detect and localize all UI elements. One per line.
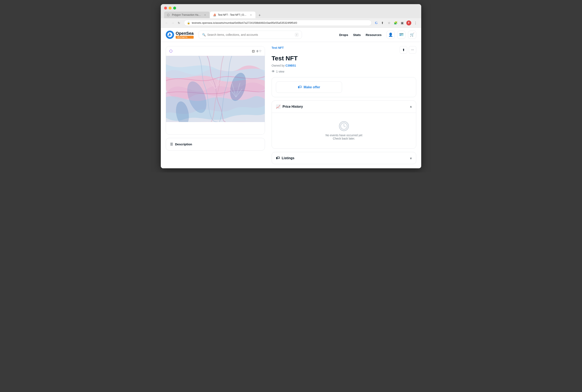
listings-header[interactable]: 🏷 Listings ∨: [272, 152, 416, 164]
browser-tab-1[interactable]: ⬡ Polygon Transaction Hash (Tx... ✕: [164, 12, 210, 18]
header-icons: 👤 🪪 🛒: [387, 30, 416, 39]
search-bar[interactable]: 🔍 /: [199, 30, 302, 39]
search-input[interactable]: [207, 33, 293, 36]
forward-button[interactable]: →: [170, 20, 175, 26]
make-offer-button[interactable]: 🏷 Make offer: [276, 82, 342, 93]
make-offer-label: Make offer: [304, 86, 320, 89]
price-history-body: No events have occurred yet Check back l…: [272, 113, 416, 148]
expand-icon[interactable]: ⊡: [252, 49, 255, 53]
price-history-section: 📈 Price History ∧: [272, 100, 416, 149]
nav-buttons: ← → ↻: [164, 20, 181, 26]
sidebar-icon[interactable]: ▣: [400, 20, 405, 26]
views-line: 👁 1 view: [272, 70, 416, 74]
traffic-lights: [164, 6, 418, 10]
price-history-header[interactable]: 📈 Price History ∧: [272, 101, 416, 113]
main-nav: Drops Stats Resources: [339, 33, 382, 36]
opensea-favicon-icon: ⛵: [213, 13, 216, 16]
description-section[interactable]: ☰ Description: [166, 138, 265, 150]
wallet-button[interactable]: 🪪: [397, 30, 406, 39]
address-bar: ← → ↻ 🔒 testnets.opensea.io/assets/mumba…: [161, 18, 421, 28]
url-bar[interactable]: 🔒 testnets.opensea.io/assets/mumbai/0x66…: [184, 20, 372, 26]
right-panel: Test NFT ⬆ ··· Test NFT Owned by C39B51 …: [272, 46, 416, 164]
chart-icon: 📈: [276, 104, 280, 109]
share-icon[interactable]: ⬆: [380, 20, 385, 26]
clock-icon: [339, 121, 349, 131]
tab-1-close-icon[interactable]: ✕: [203, 13, 207, 16]
nav-resources[interactable]: Resources: [366, 33, 382, 36]
page-content: OpenSea Testnets 🔍 / Drops Stats Resourc…: [161, 28, 421, 168]
like-section: 0 ♡: [257, 50, 261, 53]
no-events-line2: Check back later.: [326, 137, 362, 140]
title-bar: ⬡ Polygon Transaction Hash (Tx... ✕ ⛵ Te…: [161, 4, 421, 18]
opensea-header: OpenSea Testnets 🔍 / Drops Stats Resourc…: [161, 28, 421, 42]
new-tab-button[interactable]: +: [257, 12, 262, 18]
minimize-button[interactable]: [169, 6, 171, 10]
views-count: 1 view: [276, 70, 284, 73]
collection-link[interactable]: Test NFT: [272, 46, 284, 50]
image-actions: ⊡ 0 ♡: [252, 49, 261, 53]
logo-text: OpenSea Testnets: [176, 31, 194, 39]
maximize-button[interactable]: [173, 6, 176, 10]
image-top-bar: ⬡ ⊡ 0 ♡: [166, 46, 265, 56]
chain-icon: ⬡: [169, 49, 173, 53]
like-count-value: 0: [257, 50, 258, 53]
tabs-row: ⬡ Polygon Transaction Hash (Tx... ✕ ⛵ Te…: [164, 12, 418, 18]
description-label: Description: [175, 142, 192, 146]
logo-area[interactable]: OpenSea Testnets: [166, 30, 194, 39]
nft-image-container: ⬡ ⊡ 0 ♡: [166, 46, 265, 134]
listings-title-area: 🏷 Listings: [276, 156, 294, 160]
share-button[interactable]: ⬆: [400, 46, 407, 54]
price-history-title: Price History: [283, 105, 303, 108]
url-text: testnets.opensea.io/assets/mumbai/0x66e4…: [192, 21, 369, 24]
main-layout: ⬡ ⊡ 0 ♡: [161, 42, 421, 168]
close-button[interactable]: [164, 6, 167, 10]
header-action-buttons: ⬆ ···: [400, 46, 416, 54]
listings-section: 🏷 Listings ∨: [272, 152, 416, 164]
svg-line-7: [344, 126, 346, 127]
bookmark-icon[interactable]: ☆: [387, 20, 391, 26]
browser-tab-2[interactable]: ⛵ Test NFT - Test NFT | OpenSea ✕: [210, 12, 255, 18]
no-events-text: No events have occurred yet Check back l…: [326, 134, 362, 140]
image-bottom-area: [166, 122, 265, 134]
lock-icon: 🔒: [187, 22, 190, 24]
profile-button[interactable]: 👤: [387, 30, 395, 39]
profile-avatar[interactable]: F: [406, 20, 411, 26]
browser-actions: G ⬆ ☆ 🧩 ▣ F ⋮: [374, 20, 418, 26]
menu-icon[interactable]: ⋮: [413, 20, 418, 26]
tab-2-title: Test NFT - Test NFT | OpenSea: [218, 14, 248, 16]
listings-title: Listings: [282, 156, 294, 160]
search-icon: 🔍: [202, 33, 206, 36]
tab-1-title: Polygon Transaction Hash (Tx...: [172, 14, 202, 16]
owner-address-link[interactable]: C39B51: [285, 64, 296, 67]
price-history-title-area: 📈 Price History: [276, 104, 303, 109]
tab-2-close-icon[interactable]: ✕: [249, 13, 253, 16]
nav-drops[interactable]: Drops: [339, 33, 348, 36]
nft-title: Test NFT: [272, 55, 416, 62]
extensions-icon[interactable]: 🧩: [393, 20, 398, 26]
nav-stats[interactable]: Stats: [353, 33, 361, 36]
left-panel: ⬡ ⊡ 0 ♡: [166, 46, 265, 164]
refresh-button[interactable]: ↻: [176, 20, 181, 26]
nft-collection-row: Test NFT ⬆ ···: [272, 46, 416, 54]
polygon-favicon-icon: ⬡: [167, 13, 170, 16]
google-icon: G: [374, 21, 378, 25]
no-events-line1: No events have occurred yet: [326, 134, 362, 137]
offer-tag-icon: 🏷: [298, 85, 302, 89]
listings-chevron-icon: ∨: [410, 156, 412, 160]
listings-tag-icon: 🏷: [276, 156, 280, 160]
eye-icon: 👁: [272, 70, 275, 74]
opensea-logo-icon: [166, 30, 174, 39]
heart-icon[interactable]: ♡: [259, 50, 261, 53]
browser-window: ⬡ Polygon Transaction Hash (Tx... ✕ ⛵ Te…: [161, 4, 421, 168]
make-offer-section: 🏷 Make offer: [272, 77, 416, 97]
back-button[interactable]: ←: [164, 20, 169, 26]
owned-by-label: Owned by: [272, 64, 285, 67]
cart-button[interactable]: 🛒: [408, 30, 416, 39]
price-history-chevron-icon: ∧: [410, 105, 412, 108]
nft-image: [166, 56, 265, 122]
description-icon: ☰: [170, 142, 173, 146]
owner-line: Owned by C39B51: [272, 64, 416, 67]
slash-shortcut-badge: /: [295, 33, 298, 36]
testnet-badge: Testnets: [176, 36, 194, 39]
more-options-button[interactable]: ···: [409, 46, 416, 54]
